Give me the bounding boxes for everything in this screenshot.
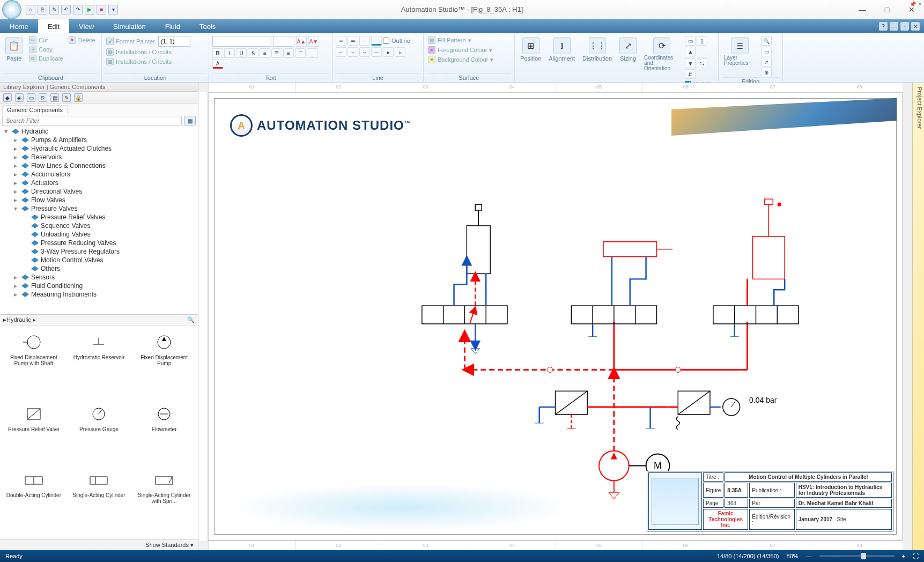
underline-icon[interactable]: U [236,48,247,58]
arrow-none-icon[interactable]: — [371,47,382,57]
zoom-icon[interactable]: ⊕ [761,68,772,77]
component-thumb[interactable]: Pressure Relief Valve [2,401,65,464]
tree-item[interactable]: ▸Reservoirs [0,153,198,161]
font-color-icon[interactable]: A [212,59,223,69]
line-dash-icon[interactable]: ┄ [359,36,370,46]
tree-item[interactable]: ▸Measuring Instruments [0,290,198,299]
tab-fluid[interactable]: Fluid [156,19,190,33]
search-options-icon[interactable]: ▦ [184,116,196,125]
coord-input[interactable] [158,36,190,47]
flip-v-icon[interactable]: ⇵ [685,69,696,79]
font-combo[interactable] [212,36,271,47]
italic-icon[interactable]: I [224,48,235,58]
tab-view[interactable]: View [69,19,104,33]
outline-checkbox[interactable] [383,38,389,44]
arrow-both-icon[interactable]: ↔ [359,47,370,57]
line-weight-icon[interactable]: ═ [348,36,358,46]
align-left-icon[interactable]: ≡ [260,48,270,58]
alignment-button[interactable]: ⫿Alignment [546,36,577,63]
component-thumb[interactable]: Single-Acting Cylinder [68,467,131,536]
tab-home[interactable]: Home [0,19,38,33]
align-top-icon[interactable]: ⎴ [295,48,306,58]
tree-item[interactable]: ▾Hydraulic [0,127,198,136]
zoom-fit-icon[interactable]: ⛶ [913,553,919,559]
qat-dropdown-icon[interactable]: ▾ [108,5,118,14]
zoom-in-icon[interactable]: + [902,553,905,559]
installations-button[interactable]: ▦Installations / Circuits [105,48,205,56]
component-thumb[interactable]: Single-Acting Cylinder with Spri... [132,467,196,536]
tree-item[interactable]: ▸Flow Lines & Connections [0,161,198,170]
component-thumb[interactable]: Pressure Gauge [68,401,131,464]
zoom-slider[interactable] [819,555,895,557]
tab-tools[interactable]: Tools [190,19,225,33]
drawing-area[interactable]: 0102030405060708 A AUTOMATION STUDIO™ M [198,83,912,550]
arrow-style2-icon[interactable]: ▹ [395,47,405,57]
tree-item[interactable]: ▸Sensors [0,273,198,282]
library-tab[interactable]: Generic Components [2,105,68,114]
tree-item[interactable]: ▸Directional Valves [0,187,198,196]
fill-pattern-button[interactable]: ▨Fill Pattern ▾ [427,36,472,45]
arrow-style-icon[interactable]: ▸ [383,47,394,57]
line-style-icon[interactable]: ━ [336,36,346,46]
tree-item[interactable]: ▸Fluid Conditioning [0,282,198,290]
tree-item[interactable]: ▸Hydraulic Actuated Clutches [0,144,198,153]
maximize-button[interactable]: □ [875,2,899,18]
back-icon[interactable]: ▼ [685,58,696,68]
lib-tool-icon[interactable]: ✎ [62,93,71,102]
minimize-button[interactable]: — [850,2,875,18]
group-icon[interactable]: ▭ [685,36,696,46]
component-tree[interactable]: ▾Hydraulic▸Pumps & Amplifiers▸Hydraulic … [0,127,198,315]
tree-item[interactable]: Others [0,264,198,273]
restore-child-icon[interactable]: ▫ [900,22,909,31]
lib-tool-icon[interactable]: ▤ [50,93,59,102]
tree-item[interactable]: ▸Accumulators [0,170,198,179]
lib-tool-icon[interactable]: ◈ [15,93,24,102]
help-icon[interactable]: ? [879,22,888,31]
qat-redo-icon[interactable]: ↷ [73,5,83,14]
tab-edit[interactable]: Edit [38,19,69,33]
tree-item[interactable]: Motion Control Valves [0,256,198,264]
tree-item[interactable]: ▸Pumps & Amplifiers [0,136,198,144]
tab-simulation[interactable]: Simulation [104,19,156,33]
qat-undo-icon[interactable]: ↶ [61,5,71,14]
tree-item[interactable]: ▸Flow Valves [0,196,198,204]
zoom-out-icon[interactable]: — [806,553,812,559]
component-thumb[interactable]: Flowmeter [132,401,196,464]
close-child-icon[interactable]: ✕ [911,22,920,31]
sizing-button[interactable]: ⤢Sizing [617,36,639,63]
line-color-icon[interactable]: — [371,36,382,46]
qat-btn[interactable]: ⌂ [26,5,35,14]
flip-h-icon[interactable]: ⇋ [697,58,707,68]
pin-icon[interactable]: 📌 ✕ [910,1,922,7]
qat-run-icon[interactable]: ▶ [85,5,94,14]
arrow-left-icon[interactable]: ← [336,47,346,57]
qat-btn[interactable]: ⎘ [38,5,47,14]
minimize-ribbon-icon[interactable]: — [890,22,898,31]
show-standards-button[interactable]: Show Standards ▾ [0,539,198,550]
distribution-button[interactable]: ⋮⋮Distribution [580,36,614,63]
arrow-right-icon[interactable]: → [348,47,358,57]
lib-tool-icon[interactable]: ⎘ [39,93,47,102]
lib-tool-icon[interactable]: 🔒 [74,93,83,102]
tree-item[interactable]: ▸Actuators [0,179,198,187]
font-size-combo[interactable] [273,36,294,47]
installations-button-2[interactable]: ▦Installations / Circuits [105,57,205,66]
align-center-icon[interactable]: ≣ [271,48,282,58]
strike-icon[interactable]: S̶ [248,48,258,58]
coord-orient-button[interactable]: ⟳Coordinates and Orientation [642,36,682,72]
component-thumb[interactable]: Fixed Displacement Pump with Shaft [2,329,65,398]
lib-tool-icon[interactable]: ◆ [3,93,12,102]
project-explorer-tab[interactable]: Project Explorer [912,83,924,550]
tree-item[interactable]: Sequence Valves [0,221,198,230]
find-icon[interactable]: 🔍 [761,36,772,46]
ungroup-icon[interactable]: ▯ [697,36,707,46]
duplicate-button[interactable]: ⧉Duplicate [28,54,64,63]
select-icon[interactable]: ▭ [761,47,772,56]
component-thumb[interactable]: Fixed Displacement Pump [132,329,196,398]
cut-button[interactable]: ✂Cut [28,36,64,45]
bg-color-button[interactable]: ■Background Colour ▾ [427,55,494,64]
layer-props-button[interactable]: ≣Layer Properties [722,36,758,67]
align-middle-icon[interactable]: ⎯ [307,48,317,58]
thumbs-breadcrumb[interactable]: ▸ Hydraulic ▸🔍 [0,315,198,326]
lib-tool-icon[interactable]: ▭ [27,93,35,102]
